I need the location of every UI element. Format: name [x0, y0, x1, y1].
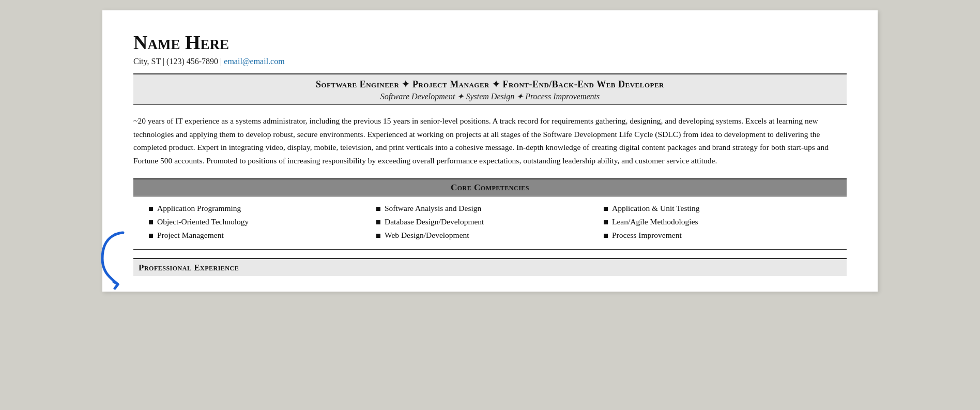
list-item: Web Design/Development: [376, 229, 604, 242]
bullet-icon: [376, 220, 380, 224]
list-item: Object-Oriented Technology: [149, 215, 376, 229]
list-item: Database Design/Development: [376, 215, 604, 229]
bullet-icon: [604, 207, 608, 211]
bullet-icon: [376, 234, 380, 238]
blue-arrow-annotation: [97, 227, 128, 290]
list-item: Application & Unit Testing: [604, 202, 831, 215]
resume-contact: City, ST | (123) 456-7890 | email@email.…: [133, 57, 847, 66]
list-item: Application Programming: [149, 202, 376, 215]
competencies-title: Core Competencies: [451, 183, 529, 192]
title-banner: Software Engineer ✦ Project Manager ✦ Fr…: [133, 73, 847, 105]
professional-experience-title: Professional Experience: [139, 263, 239, 272]
competencies-col-1: Application Programming Object-Oriented …: [149, 202, 376, 242]
bullet-icon: [149, 234, 153, 238]
competencies-header: Core Competencies: [133, 179, 847, 196]
bullet-icon: [604, 234, 608, 238]
bullet-icon: [376, 207, 380, 211]
title-banner-sub-text: Software Development ✦ System Design ✦ P…: [139, 92, 841, 101]
contact-city: City, ST: [133, 57, 161, 66]
bullet-icon: [149, 207, 153, 211]
contact-email-link[interactable]: email@email.com: [224, 57, 284, 66]
title-banner-main-text: Software Engineer ✦ Project Manager ✦ Fr…: [139, 79, 841, 90]
competencies-col-2: Software Analysis and Design Database De…: [376, 202, 604, 242]
competencies-col-3: Application & Unit Testing Lean/Agile Me…: [604, 202, 831, 242]
list-item: Process Improvement: [604, 229, 831, 242]
summary-text: ~20 years of IT experience as a systems …: [133, 114, 847, 167]
professional-experience-header: Professional Experience: [133, 258, 847, 276]
bullet-icon: [604, 220, 608, 224]
list-item: Software Analysis and Design: [376, 202, 604, 215]
list-item: Project Management: [149, 229, 376, 242]
resume-document: Name Here City, ST | (123) 456-7890 | em…: [102, 10, 878, 292]
resume-name: Name Here: [133, 31, 847, 54]
competencies-grid: Application Programming Object-Oriented …: [133, 196, 847, 249]
bullet-icon: [149, 220, 153, 224]
contact-phone: (123) 456-7890: [166, 57, 218, 66]
list-item: Lean/Agile Methodologies: [604, 215, 831, 229]
competencies-section: Core Competencies Application Programmin…: [133, 178, 847, 250]
